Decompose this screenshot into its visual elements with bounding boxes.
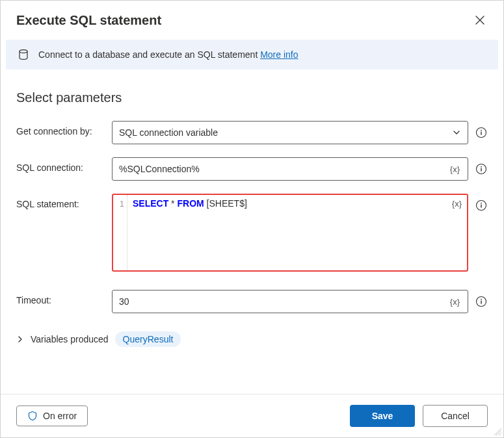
dialog-body: Select parameters Get connection by: SQL… <box>1 70 503 394</box>
info-timeout[interactable] <box>475 295 488 308</box>
dialog-title: Execute SQL statement <box>16 13 161 28</box>
timeout-value: 30 <box>119 296 449 307</box>
chevron-down-icon <box>452 128 461 137</box>
svg-rect-6 <box>481 168 481 172</box>
info-icon <box>475 163 487 175</box>
insert-variable-button[interactable]: {x} <box>452 199 462 209</box>
info-sql-statement[interactable] <box>475 199 488 212</box>
variables-produced-row[interactable]: Variables produced QueryResult <box>16 331 488 347</box>
svg-point-8 <box>481 203 482 204</box>
sql-text: * <box>168 198 177 209</box>
cancel-button[interactable]: Cancel <box>423 405 488 427</box>
dialog-footer: On error Save Cancel <box>1 394 503 437</box>
on-error-button[interactable]: On error <box>16 406 88 426</box>
variable-badge-queryresult[interactable]: QueryResult <box>115 331 181 347</box>
variables-produced-label: Variables produced <box>31 334 109 344</box>
close-button[interactable] <box>472 12 488 28</box>
sql-connection-value: %SQLConnection% <box>119 164 449 174</box>
info-banner: Connect to a database and execute an SQL… <box>6 40 498 70</box>
insert-variable-button[interactable]: {x} <box>449 164 461 174</box>
more-info-link[interactable]: More info <box>260 49 298 60</box>
svg-point-5 <box>481 166 482 168</box>
field-get-connection: SQL connection variable <box>112 121 488 144</box>
row-get-connection: Get connection by: SQL connection variab… <box>16 121 488 144</box>
sql-statement-code[interactable]: SELECT * FROM [SHEET$] <box>127 195 467 270</box>
close-icon <box>475 15 485 25</box>
dialog-header: Execute SQL statement <box>1 1 503 33</box>
insert-variable-button[interactable]: {x} <box>449 297 461 307</box>
timeout-input[interactable]: 30 {x} <box>112 290 468 313</box>
on-error-label: On error <box>43 411 77 421</box>
label-get-connection: Get connection by: <box>16 121 104 136</box>
info-icon <box>475 200 487 211</box>
sql-keyword: FROM <box>177 198 204 209</box>
svg-point-2 <box>481 130 482 131</box>
label-sql-statement: SQL statement: <box>16 194 104 209</box>
resize-grip-icon[interactable] <box>494 428 502 436</box>
get-connection-dropdown[interactable]: SQL connection variable <box>112 121 468 144</box>
sql-statement-editor[interactable]: 1 SELECT * FROM [SHEET$] {x} <box>112 194 468 272</box>
svg-rect-3 <box>481 132 481 135</box>
footer-actions: Save Cancel <box>350 405 488 427</box>
label-sql-connection: SQL connection: <box>16 157 104 173</box>
chevron-right-icon <box>16 335 24 343</box>
field-timeout: 30 {x} <box>112 290 488 313</box>
get-connection-value: SQL connection variable <box>119 127 452 138</box>
row-sql-connection: SQL connection: %SQLConnection% {x} <box>16 157 488 181</box>
info-banner-text: Connect to a database and execute an SQL… <box>38 49 298 60</box>
database-icon <box>18 49 29 60</box>
shield-icon <box>27 411 38 421</box>
svg-rect-12 <box>481 301 481 304</box>
row-timeout: Timeout: 30 {x} <box>16 290 488 313</box>
dialog: Execute SQL statement Connect to a datab… <box>0 0 504 438</box>
svg-point-11 <box>481 299 482 300</box>
info-sql-connection[interactable] <box>475 162 488 175</box>
line-number-gutter: 1 <box>113 195 127 270</box>
field-sql-connection: %SQLConnection% {x} <box>112 157 488 181</box>
sql-keyword: SELECT <box>133 198 168 209</box>
label-timeout: Timeout: <box>16 290 104 305</box>
info-icon <box>475 296 487 307</box>
banner-text: Connect to a database and execute an SQL… <box>38 49 260 60</box>
save-button[interactable]: Save <box>350 405 415 427</box>
row-sql-statement: SQL statement: 1 SELECT * FROM [SHEET$] … <box>16 194 488 272</box>
info-icon <box>475 127 487 138</box>
sql-connection-input[interactable]: %SQLConnection% {x} <box>112 157 468 181</box>
field-sql-statement: 1 SELECT * FROM [SHEET$] {x} <box>112 194 488 272</box>
svg-rect-9 <box>481 205 481 208</box>
info-get-connection[interactable] <box>475 126 488 139</box>
section-title: Select parameters <box>16 90 488 105</box>
svg-point-0 <box>20 50 27 53</box>
sql-text: [SHEET$] <box>204 198 247 209</box>
